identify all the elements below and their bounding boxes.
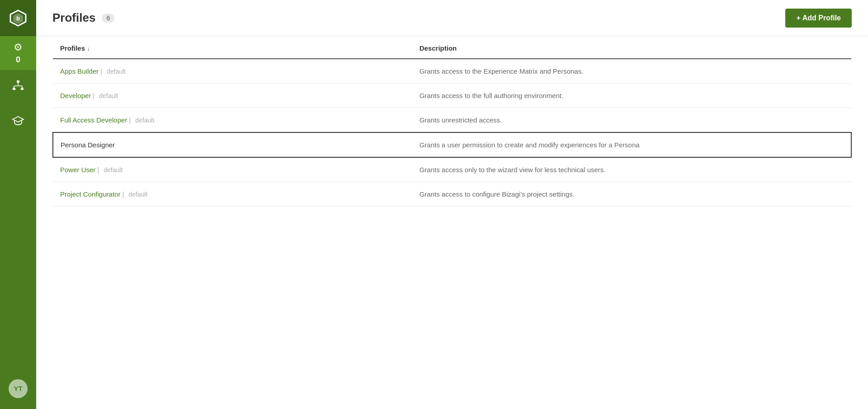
profile-default-label: default [104,166,123,174]
svg-text:b: b [16,15,20,22]
column-header-description: Description [412,36,851,59]
add-profile-button[interactable]: + Add Profile [785,9,852,28]
profile-description: Grants a user permission to create and m… [412,132,851,157]
profiles-table-container: Profiles ↓ Description Apps Builder|defa… [36,36,868,409]
learn-icon [12,114,24,128]
svg-rect-5 [21,88,24,90]
table-body: Apps Builder|defaultGrants access to the… [53,59,851,207]
sidebar-item-org[interactable] [0,70,36,104]
profile-name: Full Access Developer [60,116,127,124]
profile-name: Power User [60,166,95,174]
column-header-profiles: Profiles ↓ [53,36,412,59]
profile-description: Grants access to the full authoring envi… [412,84,851,108]
table-row[interactable]: Full Access Developer|defaultGrants unre… [53,108,851,133]
sidebar-bottom: YT [0,371,36,405]
table-row[interactable]: Apps Builder|defaultGrants access to the… [53,59,851,84]
sidebar-logo[interactable]: b [0,0,36,36]
profile-default-label: default [135,117,154,124]
page-title: Profiles [52,11,95,25]
profile-name: Project Configurator [60,190,120,198]
profile-description: Grants unrestricted access. [412,108,851,133]
svg-rect-4 [13,88,15,90]
profile-description: Grants access to configure Bizagi's proj… [412,182,851,207]
profile-default-label: default [107,68,126,75]
main-content: Profiles 6 + Add Profile Profiles ↓ Desc… [36,0,868,409]
profile-name: Developer [60,92,91,99]
counter-icon: ⚙ [14,42,23,53]
sidebar-navigation: ⚙ 0 [0,36,36,371]
profile-description: Grants access only to the wizard view fo… [412,157,851,182]
table-row[interactable]: Project Configurator|defaultGrants acces… [53,182,851,207]
sidebar: b ⚙ 0 [0,0,36,409]
sort-icon: ↓ [87,45,90,52]
counter-label: 0 [16,55,20,65]
profile-name: Persona Designer [61,141,115,149]
sidebar-item-learn[interactable] [0,104,36,138]
table-header: Profiles ↓ Description [53,36,851,59]
user-avatar[interactable]: YT [9,379,28,398]
org-icon [12,80,24,95]
header-left: Profiles 6 [52,11,114,25]
profiles-table: Profiles ↓ Description Apps Builder|defa… [52,36,852,207]
svg-rect-3 [17,80,19,83]
profile-default-label: default [128,191,147,198]
sidebar-item-counter[interactable]: ⚙ 0 [0,36,36,70]
profile-default-label: default [99,92,118,99]
table-row[interactable]: Persona DesignerGrants a user permission… [53,132,851,157]
profile-name: Apps Builder [60,67,99,75]
profile-count-badge: 6 [102,14,114,23]
profile-description: Grants access to the Experience Matrix a… [412,59,851,84]
table-row[interactable]: Power User|defaultGrants access only to … [53,157,851,182]
page-header: Profiles 6 + Add Profile [36,0,868,36]
table-row[interactable]: Developer|defaultGrants access to the fu… [53,84,851,108]
